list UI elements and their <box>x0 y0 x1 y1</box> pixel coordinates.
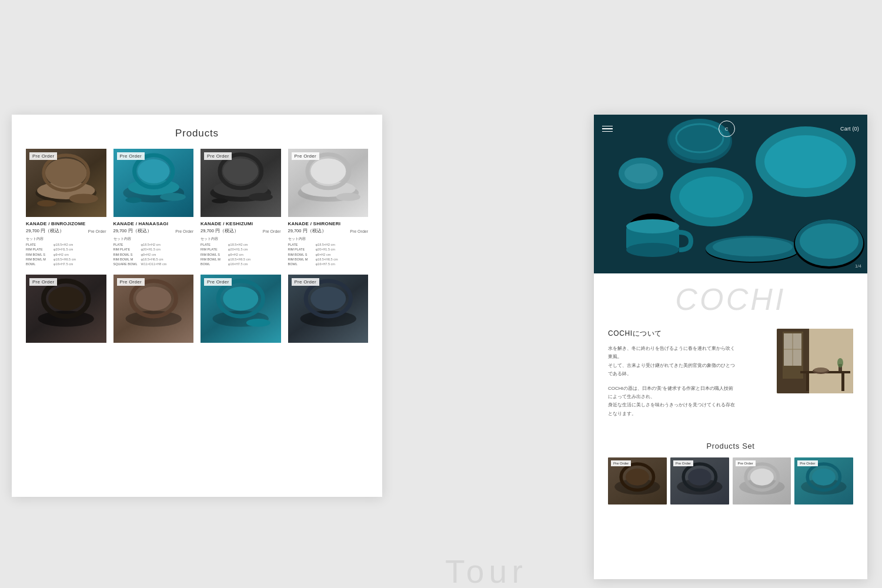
set-pre-order-4: Pre Order <box>797 460 817 466</box>
product-price-3: 29,700 円（税込） <box>201 228 239 234</box>
product-image-3: Pre Order <box>201 149 281 217</box>
product-card-3[interactable]: Pre Order KANADE / KESHIZUMI 29,700 円（税込… <box>197 149 285 275</box>
svg-point-23 <box>38 311 94 327</box>
set-pre-order-3: Pre Order <box>736 460 756 466</box>
brand-title: COCHI <box>608 284 853 315</box>
spec-header-3: セット内容 <box>201 236 281 242</box>
set-image-4: Pre Order <box>794 457 853 505</box>
product-card-7[interactable]: Pre Order <box>197 275 285 355</box>
set-card-1[interactable]: Pre Order <box>608 457 667 505</box>
product-price-row-2: 29,700 円（税込） Pre Order <box>113 228 194 234</box>
product-price-row-3: 29,700 円（税込） Pre Order <box>201 228 281 234</box>
product-name-2: KANADE / HANAASAGI <box>113 221 194 226</box>
svg-point-28 <box>136 287 171 311</box>
about-room-svg <box>777 329 853 393</box>
product-image-8: Pre Order <box>288 275 369 343</box>
svg-point-9 <box>137 159 169 183</box>
pre-order-badge-1: Pre Order <box>29 152 57 160</box>
product-specs-3: セット内容 PLATEφ18.5×H2 cm RIM PLATEφ20×H1.5… <box>201 236 281 266</box>
set-image-3: Pre Order <box>733 457 791 505</box>
svg-point-71 <box>626 469 649 486</box>
svg-point-3 <box>45 158 87 187</box>
svg-point-40 <box>679 176 744 218</box>
product-image-1: Pre Order <box>26 149 106 217</box>
hamburger-menu[interactable] <box>602 126 613 132</box>
set-card-4[interactable]: Pre Order <box>794 457 853 505</box>
svg-point-52 <box>624 163 657 183</box>
svg-point-11 <box>125 198 141 203</box>
brand-section: COCHI <box>594 273 867 329</box>
product-card-6[interactable]: Pre Order <box>110 275 198 355</box>
svg-point-4 <box>69 193 98 203</box>
product-name-3: KANADE / KESHIZUMI <box>201 221 281 226</box>
product-price-2: 29,700 円（税込） <box>113 228 152 234</box>
about-body-2: COCHIの器は、日本の'美'を健求する作家と日本の職人技術 によって生み出され… <box>608 385 769 419</box>
svg-point-33 <box>300 311 356 327</box>
product-card-2[interactable]: Pre Order KANADE / HANAASAGI 29,700 円（税込… <box>110 149 198 275</box>
product-name-1: KANADE / BINROJIZOME <box>26 221 106 226</box>
svg-point-32 <box>246 319 270 327</box>
product-image-7: Pre Order <box>201 275 281 343</box>
set-card-3[interactable]: Pre Order <box>733 457 791 505</box>
products-panel: Products Pre Order KANADE / BINROJIZOME <box>12 115 382 497</box>
set-pre-order-1: Pre Order <box>611 460 631 466</box>
product-price-4: 29,700 円（税込） <box>288 228 326 234</box>
spec-header-2: セット内容 <box>113 236 194 242</box>
svg-point-66 <box>814 368 828 372</box>
about-image <box>777 329 853 393</box>
pre-order-badge-3: Pre Order <box>204 152 232 160</box>
product-card-5[interactable]: Pre Order <box>22 275 110 355</box>
about-section: COCHIについて 水を解き、冬に終わりを告げるように春を連れて東から吹く 東風… <box>594 329 867 433</box>
product-price-row-4: 29,700 円（税込） Pre Order <box>288 228 369 234</box>
svg-point-22 <box>336 193 360 201</box>
svg-point-26 <box>125 311 182 327</box>
products-grid: Pre Order KANADE / BINROJIZOME 29,700 円（… <box>12 149 382 355</box>
product-specs-2: セット内容 PLATEφ18.5×H2 cm RIM PLATEφ20×H1.5… <box>113 236 194 266</box>
cart-button[interactable]: Cart (0) <box>840 126 859 132</box>
products-set-section: Products Set Pre Order <box>594 433 867 505</box>
svg-point-25 <box>48 287 83 311</box>
pre-order-badge-5: Pre Order <box>29 278 57 286</box>
about-title: COCHIについて <box>608 329 769 339</box>
pre-order-badge-6: Pre Order <box>117 278 145 286</box>
product-image-4: Pre Order <box>288 149 369 217</box>
svg-point-38 <box>764 135 847 188</box>
svg-point-47 <box>713 238 793 256</box>
tour-label: Tour <box>445 556 516 588</box>
svg-point-50 <box>800 223 858 259</box>
product-preorder-text-3: Pre Order <box>263 229 281 233</box>
set-image-2: Pre Order <box>670 457 729 505</box>
spec-header-4: セット内容 <box>288 236 369 242</box>
pre-order-badge-4: Pre Order <box>292 152 319 160</box>
product-image-2: Pre Order <box>113 149 194 217</box>
product-specs-1: セット内容 PLATEφ18.5×H2 cm RIM PLATEφ20×H1.5… <box>26 236 106 266</box>
svg-point-16 <box>249 193 273 201</box>
product-card-4[interactable]: Pre Order KANADE / SHIRONERI 29,700 円（税込… <box>285 149 372 275</box>
cochi-logo-text: C <box>725 126 729 132</box>
svg-point-21 <box>310 158 346 184</box>
set-card-2[interactable]: Pre Order <box>670 457 729 505</box>
pre-order-badge-2: Pre Order <box>117 152 145 160</box>
svg-rect-64 <box>841 373 844 391</box>
product-preorder-text-1: Pre Order <box>88 229 106 233</box>
svg-point-35 <box>310 287 346 311</box>
set-pre-order-2: Pre Order <box>673 460 693 466</box>
svg-point-10 <box>160 193 186 201</box>
pre-order-badge-8: Pre Order <box>292 278 319 286</box>
svg-point-43 <box>626 243 679 257</box>
svg-point-5 <box>37 200 56 206</box>
set-image-1: Pre Order <box>608 457 667 505</box>
products-set-title: Products Set <box>608 442 853 450</box>
pre-order-badge-7: Pre Order <box>204 278 232 286</box>
svg-point-68 <box>837 358 843 368</box>
products-title: Products <box>12 115 382 149</box>
svg-point-74 <box>688 469 711 486</box>
svg-rect-63 <box>806 373 809 391</box>
cochi-logo[interactable]: C <box>719 121 735 137</box>
product-card-1[interactable]: Pre Order KANADE / BINROJIZOME 29,700 円（… <box>22 149 110 275</box>
products-set-grid: Pre Order Pre Order <box>608 457 853 505</box>
product-card-8[interactable]: Pre Order <box>285 275 372 355</box>
product-price-row-1: 29,700 円（税込） Pre Order <box>26 228 106 234</box>
product-name-4: KANADE / SHIRONERI <box>288 221 369 226</box>
site-header: C Cart (0) <box>594 115 867 143</box>
